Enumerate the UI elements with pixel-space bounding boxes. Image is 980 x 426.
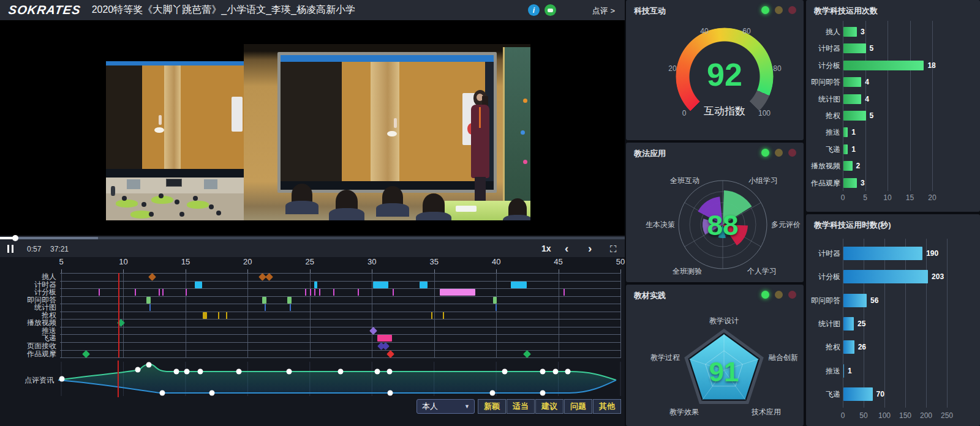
comment-dot[interactable]	[135, 367, 141, 373]
tag-button-other[interactable]: 其他	[593, 399, 621, 414]
timeline-mark[interactable]	[333, 289, 334, 296]
status-dot-green[interactable]	[761, 149, 769, 157]
status-dot-yellow[interactable]	[775, 149, 783, 157]
pause-button[interactable]	[7, 245, 15, 253]
panel-tech-interaction: 科技互动 0 20 40 60 80 100 92 互动指数	[626, 0, 804, 140]
timeline-mark[interactable]	[386, 350, 394, 358]
timeline-mark[interactable]	[148, 273, 156, 281]
timeline-mark[interactable]	[99, 289, 100, 296]
status-dot-red[interactable]	[788, 149, 796, 157]
timeline-mark[interactable]	[203, 312, 207, 319]
status-dot-green[interactable]	[761, 6, 769, 14]
timeline-mark[interactable]	[82, 350, 90, 358]
timeline-mark[interactable]	[496, 304, 497, 311]
prev-button[interactable]: ‹	[565, 242, 568, 255]
status-dot-yellow[interactable]	[775, 6, 783, 14]
timeline-mark[interactable]	[440, 289, 475, 296]
timeline-mark[interactable]	[262, 297, 266, 304]
bar-category-label: 计分板	[806, 270, 840, 283]
timeline-mark[interactable]	[265, 304, 266, 311]
playback-speed-button[interactable]: 1x	[541, 244, 551, 253]
video-player-stage[interactable]	[0, 20, 625, 236]
status-dot-green[interactable]	[761, 291, 769, 299]
commenter-select-value: 本人	[422, 401, 438, 412]
timeline-mark[interactable]	[369, 327, 377, 335]
timeline-mark[interactable]	[511, 282, 526, 288]
comment-dot[interactable]	[198, 369, 203, 375]
comment-dot[interactable]	[502, 369, 508, 375]
timeline-mark[interactable]	[420, 282, 427, 288]
timeline-mark[interactable]	[146, 297, 151, 304]
camera-icon[interactable]	[545, 4, 556, 16]
timeline-mark[interactable]	[524, 350, 532, 358]
timeline-mark[interactable]	[290, 304, 291, 311]
review-link[interactable]: 点评 >	[592, 6, 615, 17]
comment-dot[interactable]	[387, 369, 393, 375]
timeline-mark[interactable]	[314, 289, 315, 296]
comment-dot[interactable]	[388, 390, 393, 396]
bar-category-label: 计时器	[806, 247, 840, 260]
timeline-mark[interactable]	[162, 289, 164, 296]
timeline-mark[interactable]	[358, 289, 359, 296]
tag-button-novel[interactable]: 新颖	[478, 399, 506, 414]
bar	[843, 387, 873, 401]
timeline-mark[interactable]	[564, 289, 565, 296]
timeline-mark[interactable]	[287, 297, 292, 304]
bar-value-label: 2	[856, 161, 861, 171]
status-dot-red[interactable]	[788, 6, 796, 14]
panel-title: 教法应用	[634, 148, 666, 159]
info-icon[interactable]: i	[528, 4, 540, 16]
rose-label: 生本决策	[646, 220, 675, 230]
comment-dot[interactable]	[160, 390, 165, 396]
timeline-mark[interactable]	[493, 297, 497, 304]
timeline-mark[interactable]	[305, 289, 306, 296]
timeline-mark[interactable]	[135, 289, 136, 296]
comment-dot[interactable]	[236, 369, 242, 375]
timeline-mark[interactable]	[377, 335, 391, 342]
comment-dot[interactable]	[490, 390, 496, 396]
comment-dot[interactable]	[540, 369, 546, 375]
comment-dot[interactable]	[174, 369, 179, 375]
timeline-mark[interactable]	[226, 312, 227, 319]
tag-button-appropriate[interactable]: 适当	[507, 399, 535, 414]
comment-dot[interactable]	[287, 369, 292, 375]
app-header: SOKRATES 2020特等奖《大脚丫跳芭蕾》_小学语文_李瑛_杨凌高新小学 …	[0, 0, 625, 20]
progress-handle[interactable]	[12, 235, 18, 241]
timeline-mark[interactable]	[218, 312, 219, 319]
bar-value-label: 26	[858, 340, 866, 354]
status-dot-yellow[interactable]	[775, 291, 783, 299]
rose-label: 个人学习	[747, 266, 777, 277]
tag-button-suggestion[interactable]: 建议	[535, 399, 564, 414]
progress-bar[interactable]	[0, 237, 625, 239]
comment-dot[interactable]	[146, 362, 152, 368]
commenter-select[interactable]: 本人 ▼	[417, 399, 475, 414]
next-button[interactable]: ›	[588, 242, 592, 255]
comment-dot[interactable]	[375, 369, 380, 375]
timeline-mark[interactable]	[159, 289, 160, 296]
comment-dot[interactable]	[553, 369, 559, 375]
timeline-mark[interactable]	[431, 312, 432, 319]
comment-dot[interactable]	[540, 390, 546, 396]
fullscreen-button[interactable]: ⛶	[610, 244, 617, 255]
timeline-mark[interactable]	[265, 273, 273, 281]
tag-button-problem[interactable]: 问题	[564, 399, 592, 414]
bar-axis-tick: 150	[896, 411, 914, 420]
timeline-mark[interactable]	[319, 289, 320, 296]
comment-dot[interactable]	[59, 376, 65, 382]
timeline-mark[interactable]	[186, 289, 187, 296]
practice-score: 91	[681, 357, 767, 387]
comment-dot[interactable]	[565, 369, 571, 375]
timeline-mark[interactable]	[310, 289, 311, 296]
comment-dot[interactable]	[338, 369, 344, 375]
comment-dot[interactable]	[184, 369, 190, 375]
comment-dot[interactable]	[209, 390, 215, 396]
timeline-playhead[interactable]	[118, 273, 119, 357]
bar-category-label: 推送	[806, 127, 840, 137]
timeline-mark[interactable]	[195, 282, 202, 288]
timeline-mark[interactable]	[314, 282, 317, 288]
timeline-mark[interactable]	[149, 304, 151, 311]
timeline-mark[interactable]	[373, 282, 388, 288]
timeline-mark[interactable]	[393, 289, 394, 296]
timeline-mark[interactable]	[443, 312, 444, 319]
status-dot-red[interactable]	[788, 291, 796, 299]
